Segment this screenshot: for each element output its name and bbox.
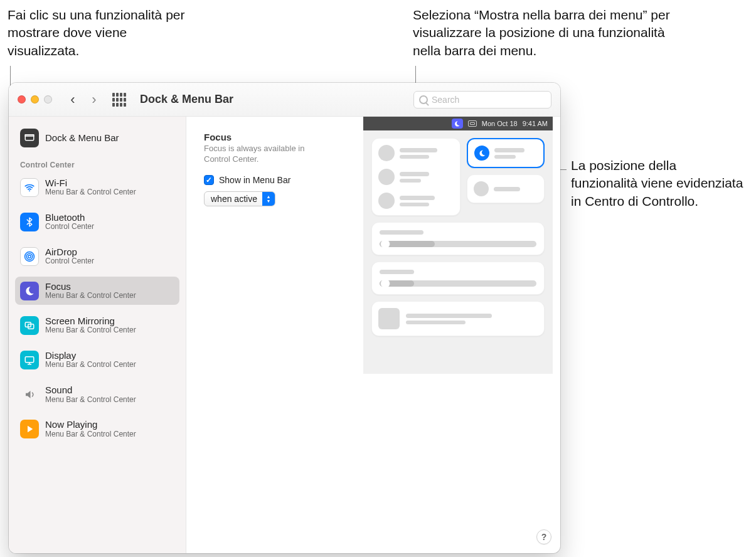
preferences-window: ‹ › Dock & Menu Bar Dock & Menu Bar — [9, 83, 560, 553]
sidebar-item-label: Display — [45, 350, 136, 361]
preview-menubar-time: 9:41 AM — [523, 120, 548, 127]
preview-menubar: Mon Oct 18 9:41 AM — [363, 117, 553, 130]
preview-menubar-date: Mon Oct 18 — [482, 120, 518, 127]
zoom-window-button[interactable] — [44, 95, 52, 103]
select-value: when active — [211, 194, 257, 204]
sidebar-item-display[interactable]: Display Menu Bar & Control Center — [15, 346, 179, 374]
bluetooth-icon — [20, 213, 39, 231]
window-traffic-lights — [18, 95, 52, 103]
preview-menubar-controlcenter-icon — [468, 120, 477, 127]
sidebar-item-label: Bluetooth — [45, 212, 94, 223]
callout-top-right: Seleziona “Mostra nella barra dei menu” … — [413, 6, 676, 60]
sidebar-item-sub: Menu Bar & Control Center — [45, 361, 136, 369]
sidebar: Dock & Menu Bar Control Center Wi-Fi Men… — [9, 117, 186, 553]
sidebar-item-focus[interactable]: Focus Menu Bar & Control Center — [15, 277, 179, 305]
search-field[interactable] — [413, 91, 551, 109]
content-pane: Focus Focus is always available in Contr… — [186, 117, 560, 553]
sidebar-item-airdrop[interactable]: AirDrop Control Center — [15, 242, 179, 270]
sidebar-item-bluetooth[interactable]: Bluetooth Control Center — [15, 208, 179, 236]
preview-control-center — [371, 138, 545, 336]
now-playing-icon — [20, 420, 39, 438]
svg-rect-0 — [25, 135, 34, 141]
sound-icon — [20, 385, 39, 404]
pane-subtitle: Focus is always available in Control Cen… — [204, 144, 329, 165]
svg-rect-1 — [25, 135, 34, 136]
preview-small-module — [467, 174, 545, 203]
close-window-button[interactable] — [18, 95, 26, 103]
svg-point-2 — [29, 190, 30, 191]
svg-point-4 — [26, 253, 33, 260]
sidebar-item-label: Screen Mirroring — [45, 316, 136, 326]
sidebar-item-label: Wi-Fi — [45, 178, 136, 188]
sidebar-item-wifi[interactable]: Wi-Fi Menu Bar & Control Center — [15, 173, 179, 201]
sidebar-section-header: Control Center — [15, 152, 179, 173]
search-input[interactable] — [432, 95, 546, 105]
sidebar-item-sub: Menu Bar & Control Center — [45, 430, 136, 439]
sidebar-item-sub: Menu Bar & Control Center — [45, 292, 136, 300]
sidebar-item-sub: Control Center — [45, 257, 94, 266]
preview-connectivity-module — [371, 138, 461, 216]
sidebar-item-label: Sound — [45, 385, 136, 395]
back-button[interactable]: ‹ — [66, 92, 80, 108]
sidebar-item-label: Dock & Menu Bar — [45, 132, 119, 143]
window-title: Dock & Menu Bar — [140, 93, 233, 106]
sidebar-item-screen-mirroring[interactable]: Screen Mirroring Menu Bar & Control Cent… — [15, 311, 179, 339]
show-in-menubar-label: Show in Menu Bar — [219, 175, 290, 185]
window-titlebar: ‹ › Dock & Menu Bar — [9, 83, 560, 117]
dock-menubar-icon — [20, 129, 39, 147]
airdrop-icon — [20, 247, 39, 266]
focus-icon — [20, 282, 39, 300]
preview-sound-module — [371, 262, 545, 295]
show-in-menubar-mode-select[interactable]: when active ▲▼ — [204, 191, 275, 206]
screen-mirroring-icon — [20, 316, 39, 335]
show-all-prefs-button[interactable] — [112, 93, 126, 107]
sidebar-item-label: Focus — [45, 281, 136, 292]
preview-focus-module — [467, 138, 545, 168]
menubar-controlcenter-preview: Mon Oct 18 9:41 AM — [363, 117, 553, 374]
sidebar-item-sub: Menu Bar & Control Center — [45, 326, 136, 335]
preview-display-module — [371, 222, 545, 255]
preview-menubar-focus-icon — [452, 119, 463, 129]
sidebar-item-sub: Menu Bar & Control Center — [45, 396, 136, 405]
forward-button[interactable]: › — [87, 92, 101, 108]
display-icon — [20, 351, 39, 369]
sidebar-item-sound[interactable]: Sound Menu Bar & Control Center — [15, 380, 179, 408]
show-in-menubar-checkbox[interactable]: ✓ — [204, 175, 214, 185]
chevron-updown-icon: ▲▼ — [262, 192, 275, 206]
search-icon — [419, 95, 428, 104]
svg-rect-8 — [25, 357, 34, 363]
svg-point-3 — [28, 255, 31, 258]
callout-right: La posizione della funzionalità viene ev… — [571, 157, 747, 210]
moon-icon — [474, 146, 489, 161]
wifi-icon — [20, 178, 39, 197]
minimize-window-button[interactable] — [31, 95, 39, 103]
sidebar-item-label: AirDrop — [45, 247, 94, 257]
sidebar-item-sub: Control Center — [45, 223, 94, 231]
callout-left: Fai clic su una funzionalità per mostrar… — [8, 6, 202, 60]
help-button[interactable]: ? — [536, 529, 551, 544]
preview-now-playing-module — [371, 301, 545, 336]
sidebar-item-dock-menubar[interactable]: Dock & Menu Bar — [15, 124, 179, 152]
sidebar-item-label: Now Playing — [45, 419, 136, 430]
sidebar-item-now-playing[interactable]: Now Playing Menu Bar & Control Center — [15, 415, 179, 443]
sidebar-item-sub: Menu Bar & Control Center — [45, 188, 136, 197]
